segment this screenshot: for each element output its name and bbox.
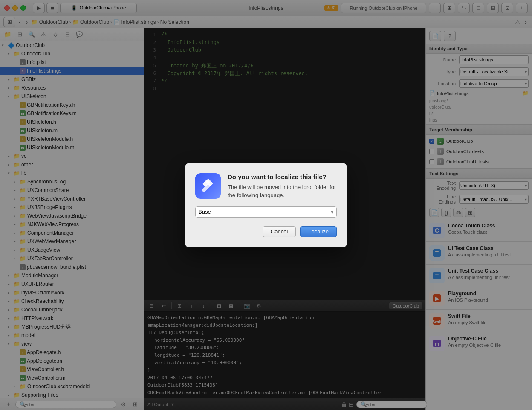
localize-button[interactable]: Localize (300, 226, 337, 237)
localize-dialog: Do you want to localize this file? The f… (185, 163, 347, 247)
modal-title-area: Do you want to localize this file? The f… (228, 173, 337, 200)
modal-overlay[interactable]: Do you want to localize this file? The f… (0, 0, 532, 410)
modal-title: Do you want to localize this file? (228, 173, 337, 180)
cancel-button[interactable]: Cancel (263, 226, 296, 237)
modal-description: The file will be moved into the lproj fo… (228, 183, 337, 200)
language-select[interactable]: Base English Chinese (Simplified) (195, 206, 337, 218)
modal-header: Do you want to localize this file? The f… (195, 173, 337, 200)
xcode-hammer-icon (195, 173, 221, 199)
modal-buttons: Cancel Localize (195, 226, 337, 237)
modal-select-row: Base English Chinese (Simplified) (195, 206, 337, 218)
modal-select-wrap: Base English Chinese (Simplified) (195, 206, 337, 218)
